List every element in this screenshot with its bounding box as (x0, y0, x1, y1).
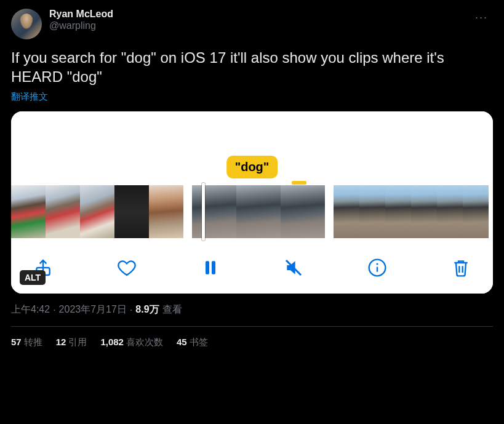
info-icon[interactable] (367, 258, 387, 278)
tweet-text: If you search for "dog" on iOS 17 it'll … (11, 48, 493, 86)
retweets-stat[interactable]: 57转推 (11, 337, 42, 348)
clip-frame (385, 185, 411, 238)
clip-frame (334, 185, 359, 238)
clip-frame (46, 185, 80, 238)
trash-icon[interactable] (451, 258, 471, 278)
stat-label: 喜欢次数 (126, 337, 163, 347)
dot: · (130, 305, 132, 316)
quotes-stat[interactable]: 12引用 (56, 337, 87, 348)
stat-count: 45 (177, 337, 187, 347)
bookmarks-stat[interactable]: 45书签 (177, 337, 208, 348)
clip-group-3[interactable] (334, 185, 489, 238)
mute-icon[interactable] (284, 258, 303, 278)
clip-frame (281, 185, 325, 238)
alt-badge[interactable]: ALT (20, 270, 46, 285)
stat-label: 引用 (68, 337, 87, 347)
stat-count: 57 (11, 337, 22, 347)
clip-frame (411, 185, 437, 238)
views-count: 8.9万 (135, 303, 159, 316)
stat-label: 转推 (24, 337, 42, 347)
clip-frame (437, 185, 463, 238)
clip-frame (236, 185, 281, 238)
svg-point-6 (377, 263, 378, 265)
clip-frame (11, 185, 46, 238)
media-card[interactable]: "dog" (11, 111, 493, 294)
display-name[interactable]: Ryan McLeod (49, 9, 470, 20)
tweet-time[interactable]: 上午4:42 (11, 303, 50, 316)
media-toolbar (11, 243, 493, 294)
more-button[interactable]: ··· (470, 9, 493, 26)
clip-frame (149, 185, 183, 238)
author-block: Ryan McLeod @warpling (49, 9, 470, 31)
clip-frame (463, 185, 489, 238)
tweet-meta: 上午4:42 · 2023年7月17日 · 8.9万 查看 (11, 303, 493, 316)
clip-frame (192, 185, 236, 238)
tweet-header: Ryan McLeod @warpling ··· (11, 9, 493, 39)
tweet-container: Ryan McLeod @warpling ··· If you search … (0, 0, 504, 348)
likes-stat[interactable]: 1,082喜欢次数 (100, 337, 163, 348)
timeline-marker (292, 181, 306, 185)
clip-frame (80, 185, 114, 238)
translate-link[interactable]: 翻译推文 (11, 91, 48, 103)
clip-group-2[interactable] (192, 185, 325, 238)
dot: · (53, 305, 55, 316)
clip-frame (114, 185, 149, 238)
stat-count: 12 (56, 337, 66, 347)
svg-rect-1 (206, 262, 209, 274)
stat-label: 书签 (190, 337, 208, 347)
stats-row: 57转推 12引用 1,082喜欢次数 45书签 (11, 327, 493, 348)
clip-group-1[interactable] (11, 185, 183, 238)
clip-frame (359, 185, 385, 238)
handle[interactable]: @warpling (49, 20, 470, 31)
tweet-date[interactable]: 2023年7月17日 (59, 303, 127, 316)
avatar[interactable] (11, 9, 42, 39)
heart-icon[interactable] (117, 258, 137, 278)
pause-icon[interactable] (201, 258, 220, 278)
views-label: 查看 (162, 303, 182, 316)
svg-rect-2 (212, 262, 215, 274)
stat-count: 1,082 (100, 337, 124, 347)
playhead[interactable] (202, 183, 205, 241)
caption-bubble: "dog" (226, 156, 278, 178)
